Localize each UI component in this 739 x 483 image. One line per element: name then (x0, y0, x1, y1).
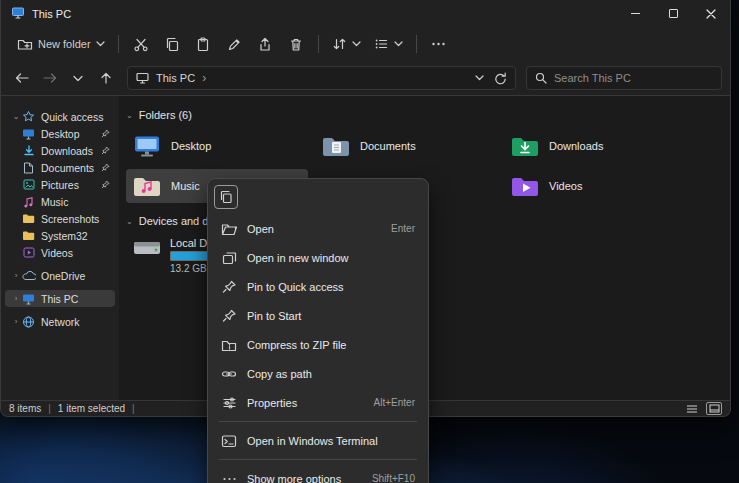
sidebar-item-pictures[interactable]: Pictures (5, 176, 115, 193)
folder-tile-videos[interactable]: Videos (504, 169, 686, 203)
new-folder-button[interactable]: New folder (11, 30, 111, 58)
documents-folder-icon (321, 134, 351, 158)
chevron-right-icon[interactable]: › (11, 271, 21, 280)
back-button[interactable] (9, 65, 35, 91)
minimize-button[interactable] (616, 0, 654, 27)
chevron-right-icon[interactable]: › (11, 294, 21, 303)
menu-item-label: Pin to Quick access (247, 281, 344, 293)
sidebar-item-label: System32 (41, 230, 88, 242)
folder-tile-desktop[interactable]: Desktop (126, 129, 308, 163)
status-divider: | (48, 403, 51, 414)
menu-item-open-new-window[interactable]: Open in new window (213, 243, 423, 272)
new-folder-label: New folder (38, 38, 91, 50)
cut-icon (133, 37, 149, 52)
folders-section-header[interactable]: ⌄ Folders (6) (126, 109, 730, 121)
see-more-button[interactable] (424, 30, 454, 58)
music-icon (21, 195, 36, 209)
sidebar-item-this-pc[interactable]: › This PC (5, 290, 115, 307)
sidebar-item-music[interactable]: Music (5, 193, 115, 210)
paste-button[interactable] (188, 30, 218, 58)
menu-item-label: Open (247, 223, 274, 235)
sidebar-item-downloads[interactable]: Downloads (5, 142, 115, 159)
pin-icon (101, 163, 110, 172)
toolbar-divider (118, 35, 119, 53)
sidebar-item-screenshots[interactable]: Screenshots (5, 210, 115, 227)
breadcrumb[interactable]: This PC (156, 72, 195, 84)
rename-button[interactable] (219, 30, 249, 58)
menu-item-open-windows-terminal[interactable]: Open in Windows Terminal (213, 426, 423, 455)
sidebar-item-documents[interactable]: Documents (5, 159, 115, 176)
context-menu-quick-actions (208, 185, 428, 214)
quick-access-icon (21, 110, 36, 124)
forward-button[interactable] (37, 65, 63, 91)
menu-item-show-more-options[interactable]: Show more options Shift+F10 (213, 464, 423, 483)
delete-button[interactable] (281, 30, 311, 58)
copy-icon (219, 190, 233, 204)
sidebar-item-videos[interactable]: Videos (5, 244, 115, 261)
window-controls (616, 0, 730, 27)
menu-item-label: Properties (247, 397, 297, 409)
zip-icon (221, 337, 237, 353)
back-icon (15, 72, 29, 84)
share-button[interactable] (250, 30, 280, 58)
items-count: 8 items (9, 403, 41, 414)
close-button[interactable] (692, 0, 730, 27)
sidebar-item-desktop[interactable]: Desktop (5, 125, 115, 142)
properties-icon (221, 395, 237, 411)
search-input[interactable] (554, 72, 694, 84)
folder-name: Music (171, 180, 200, 192)
onedrive-icon (21, 269, 36, 283)
quick-copy-button[interactable] (214, 185, 238, 209)
paste-icon (195, 37, 211, 52)
sidebar-item-label: Screenshots (41, 213, 99, 225)
delete-icon (288, 37, 304, 52)
folder-tile-downloads[interactable]: Downloads (504, 129, 686, 163)
menu-item-copy-as-path[interactable]: Copy as path (213, 359, 423, 388)
address-bar[interactable]: This PC › (127, 66, 516, 90)
view-icon (374, 37, 389, 51)
chevron-right-icon[interactable]: › (11, 317, 21, 326)
network-icon (21, 315, 36, 329)
sidebar-item-quick-access[interactable]: ⌄ Quick access (5, 108, 115, 125)
menu-item-open[interactable]: Open Enter (213, 214, 423, 243)
folder-tile-documents[interactable]: Documents (315, 129, 497, 163)
menu-item-properties[interactable]: Properties Alt+Enter (213, 388, 423, 417)
pictures-icon (21, 178, 36, 192)
cut-button[interactable] (126, 30, 156, 58)
folder-name: Desktop (171, 140, 211, 152)
title-bar: This PC (1, 0, 730, 27)
up-button[interactable] (93, 65, 119, 91)
forward-icon (43, 72, 57, 84)
address-dropdown-icon[interactable] (475, 75, 484, 81)
copy-button[interactable] (157, 30, 187, 58)
breadcrumb-chevron[interactable]: › (202, 71, 206, 85)
sidebar-item-network[interactable]: › Network (5, 313, 115, 330)
maximize-button[interactable] (654, 0, 692, 27)
chevron-down-icon[interactable]: ⌄ (11, 112, 21, 121)
menu-item-shortcut: Shift+F10 (372, 473, 415, 483)
status-view-toggles (684, 402, 722, 415)
menu-item-compress-zip[interactable]: Compress to ZIP file (213, 330, 423, 359)
see-more-icon (431, 42, 446, 46)
sidebar-item-onedrive[interactable]: › OneDrive (5, 267, 115, 284)
sidebar-item-label: Quick access (41, 111, 103, 123)
local-disk-icon (132, 237, 162, 259)
menu-item-pin-quick-access[interactable]: Pin to Quick access (213, 272, 423, 301)
refresh-icon[interactable] (494, 72, 507, 85)
large-icons-view-button[interactable] (706, 402, 722, 415)
minimize-icon (631, 13, 640, 14)
view-button[interactable] (368, 30, 409, 58)
search-box[interactable] (526, 66, 722, 90)
menu-item-label: Copy as path (247, 368, 312, 380)
menu-item-label: Pin to Start (247, 310, 301, 322)
menu-item-pin-start[interactable]: Pin to Start (213, 301, 423, 330)
pin-icon (101, 129, 110, 138)
menu-item-shortcut: Enter (391, 223, 415, 234)
toolbar-divider (318, 35, 319, 53)
details-view-button[interactable] (684, 402, 700, 415)
recent-locations-button[interactable] (65, 65, 91, 91)
show-more-options-icon (221, 471, 237, 483)
sort-button[interactable] (326, 30, 367, 58)
command-toolbar: New folder (1, 27, 730, 61)
sidebar-item-system32[interactable]: System32 (5, 227, 115, 244)
